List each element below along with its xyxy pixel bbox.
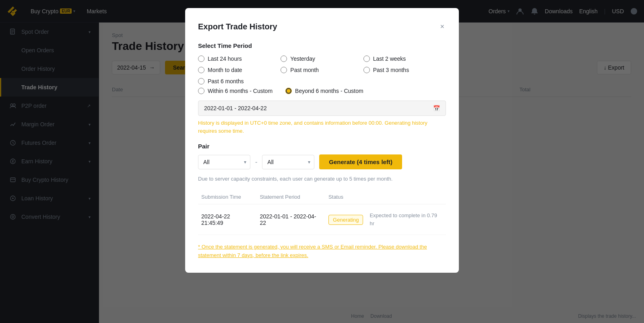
radio-beyond6months[interactable]: Beyond 6 months - Custom [285, 88, 363, 94]
col-expected [366, 190, 446, 204]
date-range-box[interactable]: 2022-01-01 - 2022-04-22 📅 [198, 101, 446, 116]
radio-last2weeks[interactable]: Last 2 weeks [363, 56, 446, 62]
radio-input-yesterday[interactable] [281, 56, 287, 62]
warning-text: History is displayed in UTC+0 time zone,… [198, 119, 446, 135]
pair-select-1-wrapper: All [198, 155, 250, 169]
time-period-options: Last 24 hours Yesterday Last 2 weeks Mon… [198, 56, 446, 84]
pair-dash: - [255, 158, 257, 166]
radio-past3months[interactable]: Past 3 months [363, 67, 446, 73]
pair-select-2[interactable]: All [262, 155, 314, 169]
col-submission-time: Submission Time [198, 190, 256, 204]
pair-select-2-wrapper: All [262, 155, 314, 169]
capacity-note: Due to server capacity constraints, each… [198, 176, 446, 182]
footer-note: * Once the statement is generated, you w… [198, 243, 446, 260]
col-status: Status [325, 190, 366, 204]
modal-title: Export Trade History [198, 22, 277, 31]
radio-input-past3months[interactable] [363, 67, 370, 73]
radio-past6months[interactable]: Past 6 months [198, 78, 281, 84]
pair-select-1[interactable]: All [198, 155, 250, 169]
expected-cell: Expected to complete in 0.79 hr [366, 204, 446, 235]
modal-header: Export Trade History × [198, 21, 446, 33]
time-period-section-label: Select Time Period [198, 42, 446, 49]
radio-input-past6months[interactable] [198, 78, 204, 84]
statement-period: 2022-01-01 - 2022-04-22 [256, 204, 325, 235]
status-badge: Generating [328, 215, 363, 225]
table-row: 2022-04-22 21:45:49 2022-01-01 - 2022-04… [198, 204, 446, 235]
status-cell: Generating [325, 204, 366, 235]
radio-yesterday[interactable]: Yesterday [281, 56, 363, 62]
export-modal: Export Trade History × Select Time Perio… [185, 8, 459, 273]
custom-options-row: Within 6 months - Custom Beyond 6 months… [198, 88, 446, 94]
radio-monthtodate[interactable]: Month to date [198, 67, 281, 73]
radio-input-last24h[interactable] [198, 56, 204, 62]
radio-within6months[interactable]: Within 6 months - Custom [198, 88, 272, 94]
radio-pastmonth[interactable]: Past month [281, 67, 363, 73]
radio-input-pastmonth[interactable] [281, 67, 287, 73]
radio-input-beyond6months[interactable] [285, 88, 292, 94]
radio-input-within6months[interactable] [198, 88, 204, 94]
pair-row: All - All Generate (4 times left) [198, 154, 446, 169]
submission-time: 2022-04-22 21:45:49 [198, 204, 256, 235]
pair-label: Pair [198, 143, 446, 150]
radio-input-monthtodate[interactable] [198, 67, 204, 73]
close-button[interactable]: × [438, 21, 446, 33]
col-statement-period: Statement Period [256, 190, 325, 204]
radio-input-last2weeks[interactable] [363, 56, 370, 62]
history-table: Submission Time Statement Period Status … [198, 190, 446, 235]
generate-button[interactable]: Generate (4 times left) [319, 154, 402, 169]
calendar-icon: 📅 [433, 105, 440, 111]
modal-overlay: Export Trade History × Select Time Perio… [0, 0, 644, 323]
radio-last24h[interactable]: Last 24 hours [198, 56, 281, 62]
